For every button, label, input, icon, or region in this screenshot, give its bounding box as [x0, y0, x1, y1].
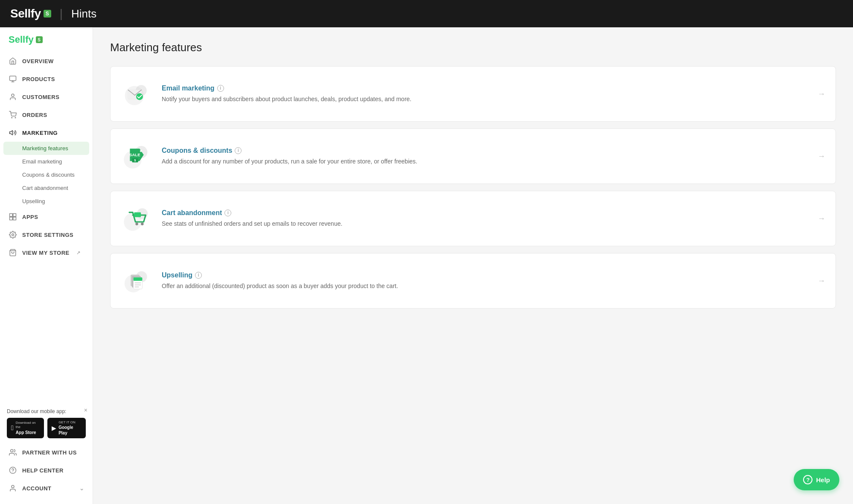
sidebar-store-settings-label: Store Settings	[22, 232, 73, 238]
help-center-icon	[9, 466, 17, 475]
coupons-discounts-title: Coupons & discounts i	[162, 147, 807, 154]
sidebar-item-overview[interactable]: Overview	[0, 52, 93, 70]
svg-point-32	[141, 223, 143, 225]
sidebar-sub-upselling[interactable]: Upselling	[0, 195, 93, 208]
sidebar-logo-badge: S	[36, 36, 43, 43]
upselling-icon	[121, 265, 151, 296]
help-button[interactable]: ? Help	[794, 469, 839, 490]
info-icon-coupons[interactable]: i	[235, 147, 242, 154]
sidebar-view-store-label: View My Store	[22, 250, 70, 256]
email-marketing-desc: Notify your buyers and subscribers about…	[162, 95, 807, 104]
sidebar-item-view-my-store[interactable]: View My Store ↗	[0, 244, 93, 262]
sidebar-help-center-label: Help Center	[22, 467, 64, 474]
svg-rect-0	[10, 76, 16, 81]
settings-icon	[9, 230, 17, 239]
customers-icon	[9, 93, 17, 101]
cart-abandonment-icon	[121, 203, 151, 234]
content-area: Marketing features Em	[93, 27, 853, 504]
svg-text:$: $	[134, 158, 136, 162]
svg-marker-6	[10, 131, 13, 135]
sidebar-item-partner[interactable]: Partner With Us	[0, 443, 93, 461]
main-layout: Sellfy S Overview Products	[0, 27, 853, 504]
info-icon-cart[interactable]: i	[224, 210, 231, 216]
sidebar-item-apps[interactable]: Apps	[0, 208, 93, 226]
svg-point-11	[12, 234, 14, 236]
google-play-text: GET IT ON Google Play	[58, 420, 82, 436]
apple-store-text: Download on the App Store	[16, 421, 40, 435]
arrow-right-icon-cart: →	[818, 214, 825, 223]
sidebar-sub-marketing-features[interactable]: Marketing features	[3, 142, 89, 155]
cart-abandonment-title: Cart abandonment i	[162, 209, 807, 217]
sidebar-brand: Sellfy S	[0, 27, 93, 52]
sidebar-item-customers[interactable]: Customers	[0, 88, 93, 106]
svg-rect-8	[13, 214, 16, 217]
partner-icon	[9, 448, 17, 457]
sidebar-overview-label: Overview	[22, 58, 54, 64]
sidebar: Sellfy S Overview Products	[0, 27, 93, 504]
coupons-discounts-icon: SALE $	[121, 141, 151, 172]
svg-rect-10	[13, 217, 16, 220]
upselling-content: Upselling i Offer an additional (discoun…	[162, 271, 807, 291]
sidebar-item-marketing[interactable]: Marketing	[0, 124, 93, 142]
sidebar-sub-coupons-discounts[interactable]: Coupons & discounts	[0, 168, 93, 181]
external-link-icon: ↗	[76, 250, 81, 256]
svg-point-31	[135, 223, 138, 225]
store-icon	[9, 248, 17, 257]
home-icon	[9, 57, 17, 65]
help-label: Help	[816, 476, 830, 484]
coupons-discounts-desc: Add a discount for any number of your pr…	[162, 157, 807, 166]
header-logo-badge: S	[44, 10, 51, 17]
svg-point-16	[12, 485, 14, 488]
svg-rect-7	[10, 214, 13, 217]
sidebar-marketing-label: Marketing	[22, 130, 58, 136]
svg-rect-30	[134, 213, 141, 217]
orders-icon	[9, 111, 17, 119]
header-title: Hints	[71, 7, 96, 20]
sidebar-partner-label: Partner With Us	[22, 449, 77, 456]
info-icon-upsell[interactable]: i	[195, 272, 202, 279]
email-marketing-icon	[121, 79, 151, 109]
sidebar-item-products[interactable]: Products	[0, 70, 93, 88]
email-marketing-title: Email marketing i	[162, 84, 807, 92]
account-icon	[9, 484, 17, 492]
svg-point-13	[11, 449, 13, 452]
svg-rect-38	[134, 277, 143, 281]
arrow-right-icon-coupons: →	[818, 152, 825, 161]
header-logo-text: Sellfy	[10, 7, 41, 20]
svg-point-4	[12, 117, 12, 118]
upselling-title: Upselling i	[162, 271, 807, 279]
sidebar-orders-label: Orders	[22, 112, 47, 118]
header-logo: Sellfy S	[10, 7, 51, 20]
info-icon-email[interactable]: i	[217, 85, 224, 92]
sidebar-sub-email-marketing[interactable]: Email marketing	[0, 155, 93, 168]
coupons-discounts-content: Coupons & discounts i Add a discount for…	[162, 147, 807, 166]
sidebar-account-label: Account	[22, 485, 52, 492]
cart-abandonment-content: Cart abandonment i See stats of unfinish…	[162, 209, 807, 228]
upselling-card[interactable]: Upselling i Offer an additional (discoun…	[110, 253, 836, 309]
email-marketing-card[interactable]: Email marketing i Notify your buyers and…	[110, 66, 836, 122]
sidebar-item-help-center[interactable]: Help Center	[0, 461, 93, 479]
sidebar-products-label: Products	[22, 76, 55, 82]
arrow-right-icon-email: →	[818, 90, 825, 99]
app-badges:  Download on the App Store ▶ GET IT ON …	[7, 418, 86, 438]
sidebar-bottom: × Download our mobile app:  Download on…	[0, 403, 93, 504]
products-icon	[9, 75, 17, 83]
svg-rect-9	[10, 217, 13, 220]
coupons-discounts-card[interactable]: SALE $ Coupons & discounts i Add a disco…	[110, 128, 836, 184]
svg-text:SALE: SALE	[129, 152, 140, 157]
google-play-badge[interactable]: ▶ GET IT ON Google Play	[47, 418, 86, 438]
top-header: Sellfy S | Hints	[0, 0, 853, 27]
close-button[interactable]: ×	[84, 407, 87, 414]
mobile-app-section: × Download our mobile app:  Download on…	[0, 403, 93, 443]
chevron-down-icon: ⌄	[79, 485, 84, 492]
sidebar-customers-label: Customers	[22, 94, 59, 100]
cart-abandonment-card[interactable]: Cart abandonment i See stats of unfinish…	[110, 191, 836, 246]
svg-point-25	[140, 150, 142, 152]
sidebar-item-account[interactable]: Account ⌄	[0, 479, 93, 497]
sidebar-sub-cart-abandonment[interactable]: Cart abandonment	[0, 181, 93, 195]
sidebar-item-store-settings[interactable]: Store Settings	[0, 226, 93, 244]
sidebar-item-orders[interactable]: Orders	[0, 106, 93, 124]
marketing-icon	[9, 128, 17, 137]
header-divider: |	[60, 7, 63, 20]
apple-store-badge[interactable]:  Download on the App Store	[7, 418, 44, 438]
